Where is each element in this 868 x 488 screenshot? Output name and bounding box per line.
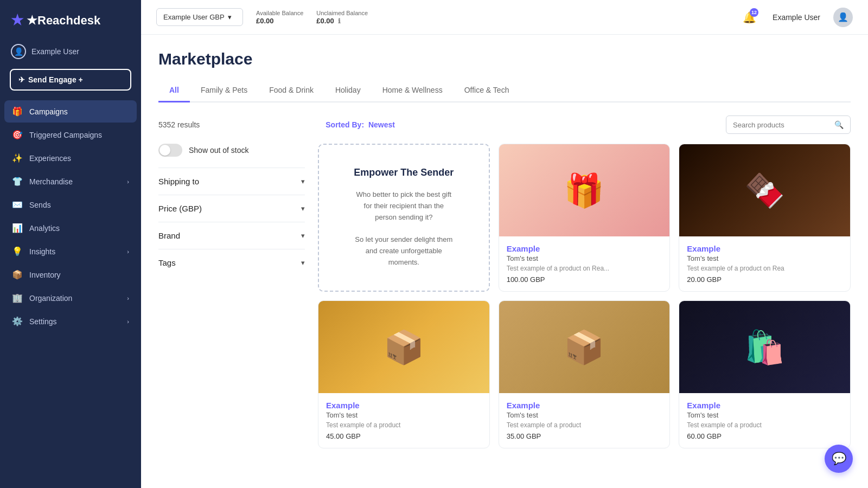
- tab-office-tech[interactable]: Office & Tech: [454, 79, 520, 102]
- nav-arrow-settings: ›: [127, 318, 129, 325]
- sort-label: Sorted By: Newest: [326, 120, 395, 129]
- nav-label-experiences: Experiences: [29, 154, 71, 163]
- tab-food-drink[interactable]: Food & Drink: [258, 79, 324, 102]
- product-card-prod5[interactable]: 🛍️ Example Tom's test Test example of a …: [679, 300, 851, 448]
- shipping-filter-group: Shipping to ▾: [158, 168, 305, 195]
- chat-icon: 💬: [832, 452, 846, 466]
- tab-family-pets[interactable]: Family & Pets: [190, 79, 258, 102]
- product-subtitle-prod4: Tom's test: [507, 411, 662, 419]
- sidebar-item-inventory[interactable]: 📦 Inventory: [4, 264, 137, 286]
- empower-card[interactable]: Empower The Sender Who better to pick th…: [318, 144, 490, 292]
- product-desc-prod2: Test example of a product on Rea: [687, 265, 843, 272]
- product-price-prod1: 100.00 GBP: [507, 275, 662, 284]
- product-price-prod2: 20.00 GBP: [687, 275, 843, 284]
- nav-label-triggered-campaigns: Triggered Campaigns: [29, 131, 102, 139]
- send-engage-icon: ✈: [18, 75, 25, 84]
- out-of-stock-filter: Show out of stock: [158, 144, 305, 157]
- sidebar-item-settings[interactable]: ⚙️ Settings ›: [4, 310, 137, 332]
- search-input[interactable]: [733, 121, 830, 129]
- product-card-prod1[interactable]: 🎁 Example Tom's test Test example of a p…: [499, 144, 671, 292]
- nav-icon-inventory: 📦: [12, 269, 23, 280]
- sidebar-item-triggered-campaigns[interactable]: 🎯 Triggered Campaigns: [4, 124, 137, 146]
- sidebar-item-analytics[interactable]: 📊 Analytics: [4, 217, 137, 239]
- nav-icon-analytics: 📊: [12, 223, 23, 233]
- brand-filter-label: Brand: [158, 231, 180, 240]
- nav-icon-insights: 💡: [12, 246, 23, 256]
- tab-holiday[interactable]: Holiday: [324, 79, 372, 102]
- nav-label-insights: Insights: [29, 247, 55, 256]
- sidebar-item-insights[interactable]: 💡 Insights ›: [4, 240, 137, 262]
- products-grid: Empower The Sender Who better to pick th…: [318, 144, 851, 448]
- product-subtitle-prod1: Tom's test: [507, 254, 662, 262]
- product-desc-prod3: Test example of a product: [326, 421, 482, 429]
- nav-label-analytics: Analytics: [29, 224, 60, 233]
- sidebar-item-merchandise[interactable]: 👕 Merchandise ›: [4, 170, 137, 192]
- available-balance-value: £0.00: [256, 17, 303, 25]
- page-title: Marketplace: [158, 50, 851, 68]
- sidebar-item-experiences[interactable]: ✨ Experiences: [4, 147, 137, 169]
- tags-filter-header[interactable]: Tags ▾: [158, 258, 305, 267]
- product-title-prod3: Example: [326, 401, 482, 410]
- unclaimed-balance: Unclaimed Balance £0.00 ℹ: [316, 10, 368, 25]
- sidebar-item-campaigns[interactable]: 🎁 Campaigns: [4, 100, 137, 123]
- product-image-prod2: 🍫: [679, 144, 850, 236]
- user-avatar-icon: 👤: [11, 44, 26, 59]
- nav-icon-settings: ⚙️: [12, 316, 23, 326]
- nav-icon-triggered-campaigns: 🎯: [12, 130, 23, 140]
- out-of-stock-toggle[interactable]: [158, 144, 182, 157]
- filters-panel: Show out of stock Shipping to ▾ Price (G…: [158, 144, 305, 448]
- empower-title: Empower The Sender: [354, 167, 454, 178]
- product-card-prod2[interactable]: 🍫 Example Tom's test Test example of a p…: [679, 144, 851, 292]
- tags-filter-group: Tags ▾: [158, 249, 305, 276]
- nav-label-organization: Organization: [29, 294, 72, 303]
- send-engage-button[interactable]: ✈ Send Engage +: [10, 69, 131, 91]
- nav-label-inventory: Inventory: [29, 271, 61, 279]
- unclaimed-balance-value: £0.00 ℹ: [316, 17, 368, 25]
- brand-chevron-icon: ▾: [301, 232, 305, 240]
- marketplace-layout: Show out of stock Shipping to ▾ Price (G…: [158, 144, 851, 448]
- account-select-label: Example User GBP: [163, 13, 225, 21]
- sorted-by-value[interactable]: Newest: [368, 120, 395, 129]
- shipping-filter-header[interactable]: Shipping to ▾: [158, 177, 305, 186]
- price-filter-header[interactable]: Price (GBP) ▾: [158, 204, 305, 213]
- available-balance-label: Available Balance: [256, 10, 303, 16]
- topbar-avatar[interactable]: 👤: [833, 8, 853, 27]
- product-card-prod4[interactable]: 📦 Example Tom's test Test example of a p…: [499, 300, 671, 448]
- product-price-prod4: 35.00 GBP: [507, 432, 662, 440]
- unclaimed-balance-label: Unclaimed Balance: [316, 10, 368, 16]
- price-filter-label: Price (GBP): [158, 204, 202, 213]
- logo-text: ★Reachdesk: [27, 14, 100, 28]
- unclaimed-info-icon[interactable]: ℹ: [338, 17, 341, 25]
- product-title-prod2: Example: [687, 244, 843, 253]
- category-tabs: AllFamily & PetsFood & DrinkHolidayHome …: [158, 79, 851, 102]
- tab-home-wellness[interactable]: Home & Wellness: [372, 79, 454, 102]
- sidebar-item-organization[interactable]: 🏢 Organization ›: [4, 287, 137, 309]
- account-select-arrow: ▾: [228, 13, 232, 21]
- product-image-prod3: 📦: [318, 301, 489, 393]
- brand-filter-header[interactable]: Brand ▾: [158, 231, 305, 240]
- logo-star-icon: ★: [11, 12, 23, 29]
- product-image-prod4: 📦: [499, 301, 670, 393]
- chat-bubble-button[interactable]: 💬: [825, 445, 853, 473]
- nav-label-merchandise: Merchandise: [29, 177, 73, 186]
- sidebar-username: Example User: [31, 47, 79, 56]
- tab-all[interactable]: All: [158, 79, 190, 102]
- account-select[interactable]: Example User GBP ▾: [156, 8, 243, 26]
- product-title-prod5: Example: [687, 401, 843, 410]
- nav-arrow-insights: ›: [127, 248, 129, 255]
- notifications-bell[interactable]: 🔔 12: [739, 7, 760, 28]
- content-area: Marketplace AllFamily & PetsFood & Drink…: [141, 35, 868, 488]
- sidebar-item-sends[interactable]: ✉️ Sends: [4, 194, 137, 216]
- product-image-prod1: 🎁: [499, 144, 670, 236]
- product-image-prod5: 🛍️: [679, 301, 850, 393]
- search-icon: 🔍: [834, 120, 844, 129]
- product-subtitle-prod3: Tom's test: [326, 411, 482, 419]
- sidebar-user: 👤 Example User: [0, 38, 141, 69]
- nav-icon-experiences: ✨: [12, 153, 23, 163]
- sidebar-nav: 🎁 Campaigns 🎯 Triggered Campaigns ✨ Expe…: [0, 100, 141, 332]
- nav-icon-sends: ✉️: [12, 200, 23, 210]
- product-card-prod3[interactable]: 📦 Example Tom's test Test example of a p…: [318, 300, 490, 448]
- search-box[interactable]: 🔍: [726, 115, 851, 134]
- nav-arrow-organization: ›: [127, 295, 129, 301]
- product-desc-prod5: Test example of a product: [687, 421, 843, 429]
